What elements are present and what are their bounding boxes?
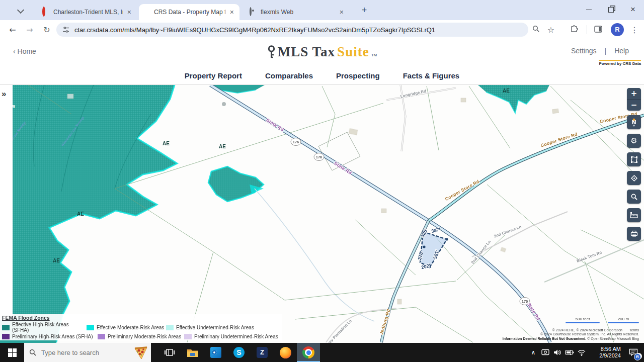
reload-button[interactable]: ↻ bbox=[40, 24, 53, 37]
clock-date: 2/9/2024 bbox=[599, 352, 621, 359]
nav-prospecting[interactable]: Prospecting bbox=[336, 71, 380, 80]
legend-item: Preliminary High-Risk Areas (SFHA) bbox=[2, 334, 98, 339]
new-tab-button[interactable]: + bbox=[358, 5, 370, 17]
back-button[interactable]: ← bbox=[6, 24, 19, 37]
map-container: 176 176 176 AE AE AE AE AE State Rd Stat… bbox=[0, 84, 644, 343]
legend-swatch bbox=[2, 334, 10, 339]
tray-notifications[interactable]: 2 bbox=[623, 343, 644, 362]
road-label: State Rd bbox=[265, 117, 285, 132]
tray-wifi-icon[interactable] bbox=[576, 343, 588, 362]
logo-text-mls: MLS Tax bbox=[278, 44, 335, 60]
zoom-icon[interactable] bbox=[529, 24, 542, 37]
window-minimize-button[interactable] bbox=[578, 0, 600, 19]
compass-button[interactable]: N bbox=[627, 115, 641, 129]
road-label: Black Tom Rd bbox=[576, 250, 603, 263]
tray-battery-icon[interactable] bbox=[564, 343, 576, 362]
map-canvas[interactable]: 176 176 176 AE AE AE AE AE State Rd Stat… bbox=[0, 85, 644, 343]
tab-close-icon[interactable]: × bbox=[338, 8, 345, 16]
settings-link[interactable]: Settings bbox=[571, 47, 597, 55]
tab-crs-data-active[interactable]: CRS Data - Property Map for 18 × bbox=[139, 4, 239, 20]
browser-menu-icon[interactable]: ⋮ bbox=[628, 24, 641, 37]
taskbar-skype[interactable]: S bbox=[227, 343, 251, 362]
measure-button[interactable] bbox=[627, 208, 641, 222]
site-info-icon[interactable] bbox=[62, 26, 69, 33]
header-divider: | bbox=[605, 47, 607, 55]
map-controls: + − N ⚙ bbox=[627, 88, 641, 241]
taskbar-search-box[interactable] bbox=[24, 343, 151, 362]
window-close-button[interactable]: × bbox=[622, 0, 644, 19]
start-button[interactable] bbox=[0, 343, 24, 362]
legend-swatch bbox=[87, 325, 94, 330]
logo-trademark: TM bbox=[371, 53, 377, 57]
road-label: Harvey Plantation Ln bbox=[321, 318, 353, 343]
road-jedburg-rd bbox=[381, 221, 429, 342]
tab-charleston-trident[interactable]: Charleston-Trident MLS, Inc. × bbox=[38, 4, 137, 20]
taskbar-firefox[interactable] bbox=[274, 343, 297, 362]
map-search-button[interactable] bbox=[627, 190, 641, 204]
scale-feet-bar bbox=[566, 322, 600, 324]
outlook-icon bbox=[210, 347, 221, 358]
locate-button[interactable] bbox=[627, 171, 641, 185]
nav-comparables[interactable]: Comparables bbox=[265, 71, 313, 80]
taskbar-file-explorer[interactable] bbox=[181, 343, 204, 362]
firefox-icon bbox=[280, 347, 291, 358]
taskbar-chrome-active[interactable]: R bbox=[297, 343, 320, 362]
taskbar-task-view[interactable] bbox=[158, 343, 181, 362]
forward-button[interactable]: → bbox=[23, 24, 36, 37]
pizza-icon bbox=[133, 345, 148, 359]
tab-close-icon[interactable]: × bbox=[126, 8, 133, 16]
compass-n-label: N bbox=[631, 121, 636, 125]
terms-link[interactable]: Terms bbox=[629, 328, 639, 332]
taskbar-outlook[interactable] bbox=[204, 343, 227, 362]
panel-expander-button[interactable]: » bbox=[2, 89, 6, 99]
print-button[interactable] bbox=[627, 227, 641, 241]
help-link[interactable]: Help bbox=[614, 47, 629, 55]
shield-label: 176 bbox=[316, 155, 323, 159]
mls-tax-suite-logo: MLS Tax Suite TM Powered by CRS Data bbox=[0, 44, 644, 66]
compass-south-arrow-icon bbox=[632, 125, 635, 127]
logo-text-suite: Suite bbox=[337, 44, 369, 60]
legend-item: Effective High-Risk Areas (SFHA) bbox=[2, 322, 87, 333]
tray-expand-icon[interactable]: ∧ bbox=[527, 343, 539, 362]
flood-zone-label: AE bbox=[163, 141, 170, 146]
address-bar[interactable] bbox=[56, 23, 528, 37]
map-settings-button[interactable]: ⚙ bbox=[627, 134, 641, 148]
zoom-in-button[interactable]: + bbox=[627, 88, 641, 100]
select-area-button[interactable] bbox=[627, 152, 641, 166]
tab-title: CRS Data - Property Map for 18 bbox=[154, 9, 225, 16]
bookmark-star-icon[interactable]: ☆ bbox=[544, 24, 557, 37]
taskbar-spacer bbox=[320, 343, 527, 362]
flood-zone-label: AE bbox=[503, 88, 510, 94]
tab-list-chevron-icon[interactable] bbox=[17, 7, 24, 14]
shield-label: 176 bbox=[293, 140, 299, 144]
search-input[interactable] bbox=[40, 348, 123, 357]
map-scale: 500 feet 200 m bbox=[566, 317, 639, 324]
logo-tagline: Powered by CRS Data bbox=[599, 60, 641, 66]
side-panel-icon[interactable] bbox=[592, 24, 605, 37]
legend-swatch bbox=[2, 325, 10, 330]
taskbar-app-z[interactable]: Z bbox=[251, 343, 274, 362]
nav-property-report[interactable]: Property Report bbox=[185, 71, 242, 80]
flood-zone-label: AE bbox=[219, 144, 226, 149]
shield-label: 176 bbox=[522, 299, 528, 304]
tab-close-icon[interactable]: × bbox=[228, 8, 235, 16]
tray-display-icon[interactable] bbox=[539, 343, 551, 362]
profile-avatar[interactable]: R bbox=[611, 23, 624, 36]
toolbar-divider bbox=[587, 25, 587, 34]
windows-taskbar: S Z R ∧ 8:56 AM 2/9/2024 2 bbox=[0, 343, 644, 362]
road-state-rd bbox=[210, 85, 550, 342]
url-input[interactable] bbox=[73, 26, 522, 34]
zoom-out-button[interactable]: − bbox=[627, 100, 641, 111]
legend-swatch bbox=[166, 325, 174, 330]
tab-flexmls[interactable]: flexmls Web × bbox=[246, 4, 349, 20]
road-label: State Rd bbox=[526, 302, 541, 321]
fema-flood-legend: FEMA Flood Zones Effective High-Risk Are… bbox=[0, 314, 282, 340]
taskbar-clock[interactable]: 8:56 AM 2/9/2024 bbox=[588, 343, 623, 362]
window-restore-button[interactable] bbox=[600, 0, 622, 19]
tray-volume-icon[interactable] bbox=[551, 343, 564, 362]
nav-facts-figures[interactable]: Facts & Figures bbox=[403, 71, 460, 80]
tab-favicon bbox=[42, 8, 50, 16]
windows-logo-icon bbox=[8, 348, 17, 357]
creek-line bbox=[255, 189, 374, 321]
extensions-icon[interactable] bbox=[568, 24, 581, 37]
